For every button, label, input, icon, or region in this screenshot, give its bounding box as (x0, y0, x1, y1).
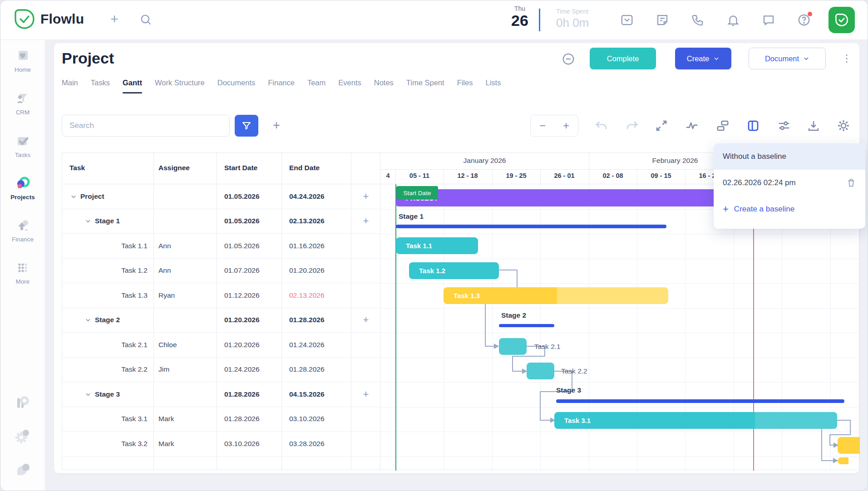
tab-tasks[interactable]: Tasks (91, 77, 110, 88)
gear-icon[interactable] (837, 119, 850, 133)
partner-logo-icon[interactable] (14, 393, 32, 412)
end-date: 03.10.2026 (282, 407, 351, 432)
sidebar-item-tasks[interactable]: Tasks (0, 134, 45, 158)
chevron-down-icon[interactable] (85, 218, 91, 224)
time-spent[interactable]: Time Spent 0h 0m (556, 8, 589, 30)
sidebar-item-crm[interactable]: CRM (0, 91, 45, 116)
complete-button[interactable]: Complete (590, 48, 656, 69)
zoom-in-button[interactable]: + (557, 119, 575, 132)
add-subtask-button[interactable]: + (351, 382, 380, 407)
settings-shortcut-icon[interactable] (14, 427, 32, 445)
table-row[interactable]: Task 3.1 Mark 01.28.2026 03.10.2026 (62, 407, 380, 432)
sidebar-item-finance[interactable]: Finance (0, 218, 45, 243)
table-row[interactable]: Stage 3 01.28.2026 04.15.2026 + (62, 382, 380, 407)
create-button[interactable]: Create (675, 48, 731, 69)
phone-icon[interactable] (691, 13, 705, 27)
table-row[interactable]: Task 1.1 Ann 01.05.2026 01.16.2026 (62, 234, 380, 259)
more-actions-menu[interactable]: ⋮ (842, 53, 852, 64)
table-row[interactable]: Task 2.2 Jim 01.24.2026 01.28.2026 (62, 358, 380, 383)
sidebar-item-home[interactable]: Home (0, 49, 45, 73)
chevron-down-icon[interactable] (70, 193, 77, 200)
table-header: Task Assignee Start Date End Date (62, 153, 380, 184)
brand[interactable]: Flowlu (14, 9, 84, 29)
notifications-bell-icon[interactable] (726, 13, 740, 27)
gantt-bar-task31[interactable]: Task 3.1 (554, 412, 837, 429)
baseline-option-none[interactable]: Without a baseline (714, 143, 865, 170)
tab-work-structure[interactable]: Work Structure (155, 77, 205, 88)
global-add-button[interactable]: + (106, 11, 123, 28)
tab-time-spent[interactable]: Time Spent (406, 77, 444, 88)
gantt-bar-task21[interactable] (499, 338, 527, 355)
critical-path-icon[interactable] (685, 119, 699, 133)
fullscreen-icon[interactable] (655, 119, 668, 133)
tab-main[interactable]: Main (62, 77, 78, 88)
document-button[interactable]: Document (749, 48, 826, 69)
table-row[interactable]: Task 3.2 Mark 03.10.2026 03.28.2026 (62, 432, 380, 457)
task-name: Project (80, 192, 104, 201)
global-search-icon[interactable] (139, 13, 152, 28)
tab-files[interactable]: Files (457, 77, 473, 88)
gantt-bar-task12[interactable]: Task 1.2 (409, 262, 499, 279)
table-row[interactable]: Task 1.3 Ryan 01.12.2026 02.13.2026 (62, 283, 380, 308)
trash-icon[interactable] (846, 178, 856, 188)
chevron-down-icon[interactable] (85, 317, 91, 323)
baseline-option-saved[interactable]: 02.26.2026 02:24 pm (714, 170, 865, 196)
notes-icon[interactable] (656, 13, 669, 27)
bar-label: Task 1.3 (454, 292, 480, 300)
table-row[interactable]: Task 1.2 Ann 01.07.2026 01.20.2026 (62, 259, 380, 284)
export-download-icon[interactable] (807, 119, 820, 133)
task-name: Stage 1 (95, 217, 120, 225)
sidebar-item-projects[interactable]: Projects (0, 176, 45, 201)
help-icon[interactable] (797, 13, 811, 27)
task-name: Task 2.1 (62, 333, 154, 357)
filter-button[interactable] (235, 115, 258, 137)
add-subtask-button[interactable]: + (351, 184, 380, 209)
gantt-bar-stage2[interactable] (499, 324, 554, 327)
checkin-button[interactable] (829, 7, 855, 33)
chevron-down-icon[interactable] (85, 391, 91, 398)
table-row[interactable]: Task 2.1 Chloe 01.20.2026 01.24.2026 (62, 333, 380, 358)
zoom-out-button[interactable]: − (533, 119, 552, 132)
calendar-date[interactable]: Thu 26 (508, 5, 532, 29)
project-card: Project Main Tasks Gantt Work Structure … (54, 43, 859, 473)
table-row[interactable]: Project 01.05.2026 04.24.2026 + (62, 184, 380, 209)
end-date: 04.15.2026 (282, 382, 351, 407)
tab-events[interactable]: Events (338, 77, 361, 88)
gantt-search-input[interactable] (62, 115, 230, 137)
gantt-bar-stage3[interactable] (556, 399, 844, 403)
gantt-bar-stage1[interactable] (396, 225, 666, 228)
gantt-bar-hidden-task[interactable] (838, 457, 848, 464)
tab-finance[interactable]: Finance (268, 77, 295, 88)
undo-icon[interactable] (595, 119, 608, 133)
header-task: Task (69, 164, 85, 172)
table-row[interactable]: Stage 2 01.20.2026 01.28.2026 + (62, 308, 380, 333)
inbox-icon[interactable] (620, 13, 634, 27)
week-label: 12 - 18 (444, 172, 492, 179)
feedback-icon[interactable] (14, 461, 32, 479)
chat-icon[interactable] (762, 13, 775, 27)
copy-link-icon[interactable] (562, 52, 575, 66)
tab-notes[interactable]: Notes (374, 77, 394, 88)
flowlu-logo-icon (14, 9, 35, 29)
baselines-icon[interactable] (716, 119, 730, 133)
columns-layout-icon[interactable] (746, 119, 760, 133)
tab-gantt[interactable]: Gantt (123, 77, 142, 88)
table-row[interactable]: Stage 1 01.05.2026 02.13.2026 + (62, 209, 380, 234)
tab-documents[interactable]: Documents (217, 77, 255, 88)
tab-lists[interactable]: Lists (485, 77, 501, 88)
add-subtask-button[interactable]: + (351, 209, 380, 234)
stage-label: Stage 2 (501, 311, 526, 319)
sidebar-item-more[interactable]: More (0, 260, 45, 285)
add-task-button[interactable]: + (267, 115, 286, 137)
redo-icon[interactable] (625, 119, 639, 133)
tab-team[interactable]: Team (307, 77, 326, 88)
gantt-bar-task11[interactable]: Task 1.1 (396, 237, 478, 254)
chevron-down-icon (803, 55, 809, 62)
start-date: 01.28.2026 (217, 382, 282, 407)
gantt-bar-task32[interactable] (838, 437, 860, 454)
create-baseline-button[interactable]: + Create a baseline (714, 196, 865, 222)
display-settings-icon[interactable] (777, 119, 791, 133)
add-subtask-button[interactable]: + (351, 308, 380, 333)
gantt-bar-task13[interactable]: Task 1.3 (444, 287, 668, 304)
gantt-bar-task22[interactable] (527, 363, 554, 379)
